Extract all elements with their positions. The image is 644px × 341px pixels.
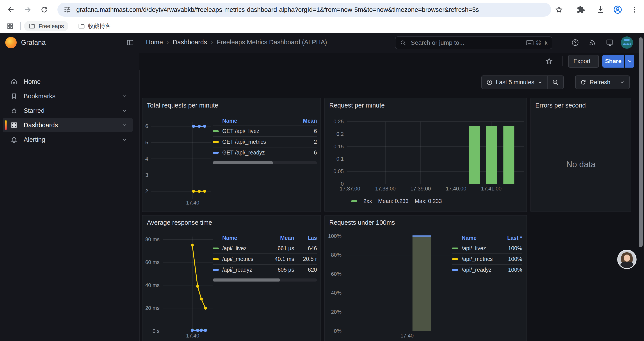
table-row: GET /api/_livez6 [212,126,317,136]
browser-menu-button[interactable] [628,3,641,16]
table-header[interactable]: Mean [267,235,294,241]
sidebar-item-home[interactable]: Home [3,75,133,89]
search-input[interactable] [410,39,526,47]
apps-shortcut-button[interactable] [4,20,17,33]
time-range-picker[interactable]: Last 5 minutes [482,76,547,89]
dock-menu-button[interactable] [126,39,134,47]
apps-grid-icon [6,23,14,30]
chevron-down-icon[interactable] [122,137,128,143]
user-avatar-image [621,37,633,49]
legend-item[interactable]: /api/_livez [462,245,498,251]
profile-button[interactable] [611,3,624,16]
panel-request-per-minute: Request per minute 0.250.20.150.10.05017… [324,98,527,212]
grafana-logo-icon[interactable] [5,37,17,48]
chart-request-per-minute[interactable]: 0.250.20.150.10.05017:37:0017:38:0017:39… [325,98,528,212]
svg-text:17:39:00: 17:39:00 [410,186,431,192]
download-icon [596,5,605,14]
chevron-down-icon[interactable] [122,93,128,99]
breadcrumb-dashboards[interactable]: Dashboards [173,39,207,46]
svg-text:2: 2 [145,188,148,194]
table-header[interactable]: Name [222,118,298,124]
time-range-controls: Last 5 minutes [481,76,564,89]
legend-item[interactable]: /api/_readyz [222,267,267,273]
legend-item[interactable]: /api/_livez [222,245,267,251]
profile-icon [613,5,622,15]
sidebar-item-label: Alerting [24,136,45,143]
search-box[interactable]: ⌘+k [395,37,552,49]
table-row: /api/_livez661 µs646 [212,243,317,253]
legend-item[interactable]: GET /api/_readyz [222,149,298,156]
export-button[interactable]: Export [568,55,599,68]
page-scrollbar[interactable] [639,33,643,341]
reload-button[interactable] [38,3,51,16]
refresh-interval-button[interactable] [615,76,629,89]
bookmarks-divider [20,22,20,30]
legend-item[interactable]: /api/_metrics [222,256,267,262]
table-scrollbar[interactable] [212,161,317,164]
zoom-out-button[interactable] [548,76,563,89]
address-bar[interactable] [58,3,551,17]
table-value: 6 [298,149,317,156]
table-header[interactable]: Name [222,235,267,241]
chevron-down-icon[interactable] [122,122,128,128]
downloads-button[interactable] [594,3,607,16]
refresh-button[interactable]: Refresh [576,76,615,89]
legend-table: NameMeanLas/api/_livez661 µs646/api/_met… [212,233,317,281]
svg-text:60%: 60% [331,271,342,277]
bookmark-folder-blogs[interactable]: 收藏博客 [74,21,115,32]
clock-icon [486,79,493,86]
share-menu-button[interactable] [625,55,634,68]
table-row: /api/_livez100% [452,243,522,253]
news-button[interactable] [588,39,596,47]
panel-total-requests: Total requests per minute 6543217:40 Nam… [142,98,321,212]
legend-item[interactable]: /api/_readyz [462,267,498,273]
sidebar-item-alerting[interactable]: Alerting [3,133,133,147]
table-row: /api/_metrics100% [452,253,522,264]
table-header[interactable]: Last * [498,235,522,241]
table-row: /api/_metrics40.1 ms20.5 r [212,253,317,264]
site-settings-icon[interactable] [64,6,71,14]
breadcrumb-home[interactable]: Home [146,39,163,46]
svg-text:17:40: 17:40 [186,200,199,206]
svg-text:17:40:00: 17:40:00 [446,186,466,192]
sidebar-item-bookmarks[interactable]: Bookmarks [3,89,133,103]
search-shortcut: ⌘+k [526,40,548,46]
sidebar-item-starred[interactable]: Starred [3,104,133,118]
dashboard-toolbar: Export Share [140,53,644,70]
bookmark-page-button[interactable] [552,3,566,16]
legend-item[interactable]: /api/_metrics [462,256,498,262]
url-input[interactable] [76,6,545,14]
bookmark-folder-freeleaps[interactable]: Freeleaps [24,21,68,31]
legend-item[interactable]: GET /api/_metrics [222,139,298,145]
monitor-icon [606,39,614,47]
sidebar-item-dashboards[interactable]: Dashboards [3,118,133,132]
display-button[interactable] [606,39,614,47]
panel-toggle-icon [126,39,134,46]
table-value: 6 [298,128,317,134]
star-icon [555,6,563,14]
help-button[interactable] [571,39,579,47]
scrollbar-thumb[interactable] [639,37,643,247]
table-header[interactable]: Las [294,235,317,241]
legend-item[interactable]: GET /api/_livez [222,128,298,134]
table-header[interactable]: Name [462,235,498,241]
screen: Freeleaps 收藏博客 Grafana Home › Dashboards… [0,0,644,341]
back-button[interactable] [4,3,18,16]
legend-series-label[interactable]: 2xx [364,198,372,204]
grafana-brand[interactable]: Grafana [21,39,46,47]
keyboard-icon [526,40,534,46]
user-avatar[interactable] [621,37,633,49]
panel-title[interactable]: Errors per second [535,102,586,109]
chevron-down-icon[interactable] [122,108,128,114]
star-dashboard-button[interactable] [545,57,553,65]
extensions-button[interactable] [574,3,588,16]
chevron-down-icon [538,80,543,85]
table-row: /api/_readyz100% [452,264,522,275]
floating-assistant-avatar[interactable] [617,250,636,269]
share-button[interactable]: Share [602,55,624,68]
table-scrollbar[interactable] [212,278,317,281]
table-header[interactable]: Mean [298,118,317,124]
forward-button[interactable] [21,3,34,16]
panel-requests-under-100ms: Requests under 100ms 100%80%60%40%20%0%1… [324,215,527,341]
reload-icon [40,6,48,14]
